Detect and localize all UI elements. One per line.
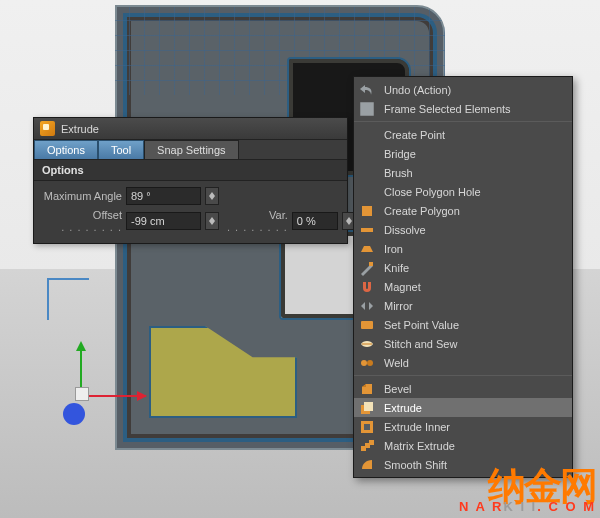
extrude-icon [358, 400, 376, 416]
blank-icon [358, 184, 376, 200]
knife-icon [358, 260, 376, 276]
panel-titlebar[interactable]: Extrude [34, 118, 347, 140]
svg-marker-2 [362, 206, 372, 216]
axis-x[interactable] [80, 395, 146, 397]
watermark-text: 纳金网 [459, 469, 596, 503]
menu-magnet[interactable]: Magnet [354, 277, 572, 296]
menu-close-polygon-hole[interactable]: Close Polygon Hole [354, 182, 572, 201]
menu-undo[interactable]: Undo (Action) [354, 80, 572, 99]
svg-rect-5 [361, 321, 373, 329]
input-offset[interactable] [126, 212, 201, 230]
menu-brush[interactable]: Brush [354, 163, 572, 182]
tab-tool[interactable]: Tool [98, 140, 144, 159]
extrude-icon [40, 121, 55, 136]
tab-options[interactable]: Options [34, 140, 98, 159]
menu-bevel[interactable]: Bevel [354, 379, 572, 398]
point-value-icon [358, 317, 376, 333]
svg-rect-11 [364, 424, 370, 430]
extrude-inner-icon [358, 419, 376, 435]
menu-stitch-and-sew[interactable]: Stitch and Sew [354, 334, 572, 353]
smooth-shift-icon [358, 457, 376, 473]
weld-icon [358, 355, 376, 371]
blank-icon [358, 146, 376, 162]
menu-mirror[interactable]: Mirror [354, 296, 572, 315]
svg-point-6 [361, 360, 367, 366]
label-var: Var. . . . . . . . . [227, 209, 288, 233]
blank-icon [358, 165, 376, 181]
bevel-icon [358, 381, 376, 397]
axis-z[interactable] [63, 403, 85, 425]
axis-center[interactable] [75, 387, 89, 401]
mirror-icon [358, 298, 376, 314]
menu-extrude[interactable]: Extrude [354, 398, 572, 417]
frame-icon [358, 101, 376, 117]
dissolve-icon [358, 222, 376, 238]
menu-create-point[interactable]: Create Point [354, 125, 572, 144]
stitch-icon [358, 336, 376, 352]
svg-rect-4 [369, 262, 373, 266]
section-options: Options [34, 159, 347, 181]
svg-rect-9 [364, 402, 373, 411]
menu-dissolve[interactable]: Dissolve [354, 220, 572, 239]
menu-separator [354, 375, 572, 376]
spinner-max-angle[interactable] [205, 187, 219, 205]
panel-tab-row: Options Tool Snap Settings [34, 140, 347, 159]
input-max-angle[interactable] [126, 187, 201, 205]
svg-rect-14 [369, 440, 374, 445]
menu-set-point-value[interactable]: Set Point Value [354, 315, 572, 334]
axis-gizmo[interactable] [15, 330, 145, 460]
menu-matrix-extrude[interactable]: Matrix Extrude [354, 436, 572, 455]
iron-icon [358, 241, 376, 257]
input-var[interactable] [292, 212, 338, 230]
menu-iron[interactable]: Iron [354, 239, 572, 258]
svg-point-1 [364, 106, 370, 112]
label-offset: Offset . . . . . . . . [42, 209, 122, 233]
menu-create-polygon[interactable]: Create Polygon [354, 201, 572, 220]
watermark: 纳金网 N A RK I I. C O M [459, 469, 596, 514]
tab-snap-settings[interactable]: Snap Settings [144, 140, 239, 159]
menu-bridge[interactable]: Bridge [354, 144, 572, 163]
menu-frame-selected[interactable]: Frame Selected Elements [354, 99, 572, 118]
polygon-icon [358, 203, 376, 219]
context-menu[interactable]: Undo (Action) Frame Selected Elements Cr… [353, 76, 573, 478]
menu-extrude-inner[interactable]: Extrude Inner [354, 417, 572, 436]
spinner-offset[interactable] [205, 212, 219, 230]
options-grid: Maximum Angle Offset . . . . . . . . Var… [34, 181, 347, 243]
label-max-angle: Maximum Angle [42, 190, 122, 202]
menu-separator [354, 121, 572, 122]
camera-safe-frame [47, 278, 89, 320]
blank-icon [358, 127, 376, 143]
matrix-extrude-icon [358, 438, 376, 454]
undo-arrow-icon [358, 82, 376, 98]
panel-title: Extrude [61, 123, 99, 135]
menu-knife[interactable]: Knife [354, 258, 572, 277]
menu-weld[interactable]: Weld [354, 353, 572, 372]
extrude-tool-panel[interactable]: Extrude Options Tool Snap Settings Optio… [33, 117, 348, 244]
watermark-url: N A RK I I. C O M [459, 499, 596, 514]
svg-rect-3 [361, 228, 373, 232]
magnet-icon [358, 279, 376, 295]
svg-point-7 [367, 360, 373, 366]
